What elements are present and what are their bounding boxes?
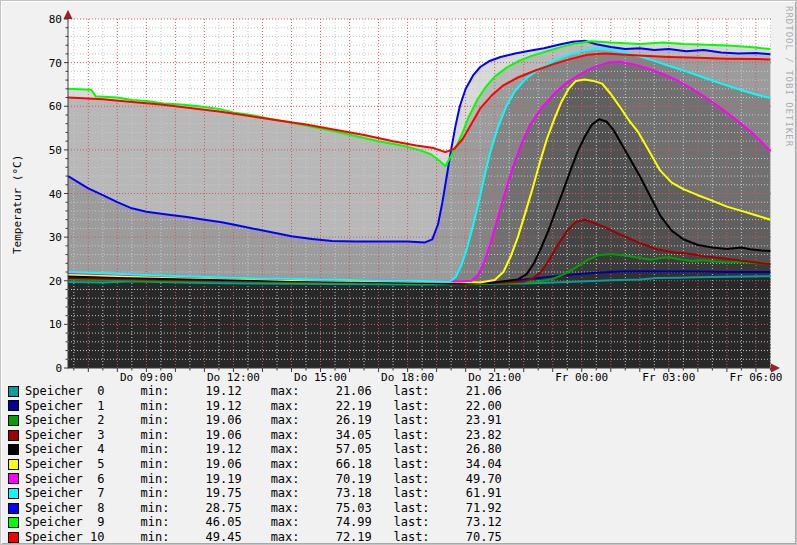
- legend-row-speicher-9: Speicher 9 min: 46.05 max: 74.99 last: 7…: [8, 515, 502, 530]
- legend-text: Speicher 4 min: 19.12 max: 57.05 last: 2…: [25, 442, 502, 457]
- legend-row-speicher-2: Speicher 2 min: 19.06 max: 26.19 last: 2…: [8, 413, 502, 428]
- legend-text: Speicher 0 min: 19.12 max: 21.06 last: 2…: [25, 384, 502, 399]
- y-axis-tick-label: 60: [49, 100, 62, 113]
- legend-row-speicher-6: Speicher 6 min: 19.19 max: 70.19 last: 4…: [8, 472, 502, 487]
- legend-row-speicher-0: Speicher 0 min: 19.12 max: 21.06 last: 2…: [8, 384, 502, 399]
- rrdtool-graph: 01020304050607080Do 09:00Do 12:00Do 15:0…: [0, 0, 797, 545]
- legend-row-speicher-7: Speicher 7 min: 19.75 max: 73.18 last: 6…: [8, 486, 502, 501]
- legend-row-speicher-4: Speicher 4 min: 19.12 max: 57.05 last: 2…: [8, 442, 502, 457]
- y-axis-tick-label: 0: [55, 362, 62, 375]
- legend-text: Speicher 3 min: 19.06 max: 34.05 last: 2…: [25, 428, 502, 443]
- rrdtool-watermark: RRDTOOL / TOBI OETIKER: [784, 6, 794, 147]
- legend-row-speicher-8: Speicher 8 min: 28.75 max: 75.03 last: 7…: [8, 501, 502, 516]
- y-axis-tick-label: 40: [49, 188, 62, 201]
- x-axis-tick-label: Do 15:00: [294, 371, 347, 383]
- legend-swatch: [8, 473, 19, 484]
- legend: Speicher 0 min: 19.12 max: 21.06 last: 2…: [8, 384, 502, 545]
- legend-swatch: [8, 415, 19, 426]
- legend-text: Speicher 9 min: 46.05 max: 74.99 last: 7…: [25, 515, 502, 530]
- legend-text: Speicher 10 min: 49.45 max: 72.19 last: …: [25, 530, 502, 545]
- legend-swatch: [8, 503, 19, 514]
- legend-text: Speicher 2 min: 19.06 max: 26.19 last: 2…: [25, 413, 502, 428]
- x-axis-tick-label: Do 21:00: [468, 371, 521, 383]
- legend-swatch: [8, 459, 19, 470]
- legend-row-speicher-3: Speicher 3 min: 19.06 max: 34.05 last: 2…: [8, 428, 502, 443]
- temperature-chart: 01020304050607080Do 09:00Do 12:00Do 15:0…: [1, 1, 796, 383]
- legend-text: Speicher 1 min: 19.12 max: 22.19 last: 2…: [25, 399, 502, 414]
- legend-swatch: [8, 444, 19, 455]
- y-axis-tick-label: 30: [49, 231, 62, 244]
- x-axis-tick-label: Fr 00:00: [555, 371, 608, 383]
- legend-row-speicher-1: Speicher 1 min: 19.12 max: 22.19 last: 2…: [8, 399, 502, 414]
- y-axis-tick-label: 50: [49, 144, 62, 157]
- legend-swatch: [8, 532, 19, 543]
- x-axis-tick-label: Fr 03:00: [642, 371, 695, 383]
- y-axis-arrow: [64, 10, 73, 19]
- legend-text: Speicher 6 min: 19.19 max: 70.19 last: 4…: [25, 472, 502, 487]
- x-axis-tick-label: Do 12:00: [207, 371, 260, 383]
- legend-row-speicher-5: Speicher 5 min: 19.06 max: 66.18 last: 3…: [8, 457, 502, 472]
- y-axis-tick-label: 80: [49, 13, 62, 26]
- y-axis-tick-label: 70: [49, 57, 62, 70]
- x-axis-tick-label: Do 09:00: [120, 371, 173, 383]
- legend-swatch: [8, 517, 19, 528]
- legend-swatch: [8, 430, 19, 441]
- legend-text: Speicher 7 min: 19.75 max: 73.18 last: 6…: [25, 486, 502, 501]
- y-axis-tick-label: 10: [49, 318, 62, 331]
- legend-swatch: [8, 488, 19, 499]
- legend-text: Speicher 5 min: 19.06 max: 66.18 last: 3…: [25, 457, 502, 472]
- y-axis-tick-label: 20: [49, 275, 62, 288]
- legend-text: Speicher 8 min: 28.75 max: 75.03 last: 7…: [25, 501, 502, 516]
- legend-swatch: [8, 386, 19, 397]
- x-axis-tick-label: Fr 06:00: [729, 371, 782, 383]
- x-axis-tick-label: Do 18:00: [381, 371, 434, 383]
- legend-swatch: [8, 400, 19, 411]
- legend-row-speicher-10: Speicher 10 min: 49.45 max: 72.19 last: …: [8, 530, 502, 545]
- y-axis-title: Temperatur (°C): [11, 155, 24, 254]
